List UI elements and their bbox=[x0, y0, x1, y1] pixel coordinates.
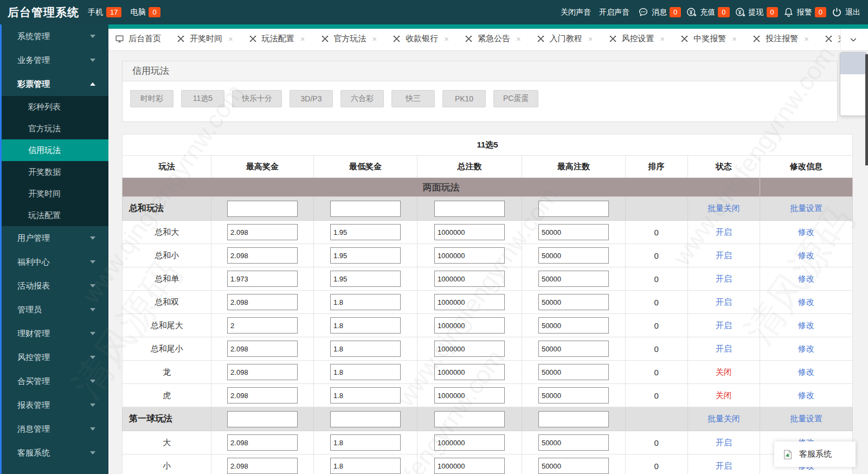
tab-投注报警[interactable]: 投注报警× bbox=[752, 34, 809, 44]
充值-button[interactable]: 充值0 bbox=[686, 7, 729, 18]
max-bets-input[interactable] bbox=[538, 294, 609, 310]
close-icon[interactable]: × bbox=[444, 34, 449, 43]
close-icon[interactable]: × bbox=[300, 34, 305, 43]
max-bets-input[interactable] bbox=[538, 411, 609, 427]
tab-overflow-selected-item[interactable] bbox=[840, 53, 866, 74]
sidebar-item-用户管理[interactable]: 用户管理 bbox=[0, 226, 108, 250]
sidebar-subitem-玩法配置[interactable]: 玩法配置 bbox=[0, 204, 108, 226]
max-bets-input[interactable] bbox=[538, 224, 609, 240]
min-odds-input[interactable] bbox=[330, 317, 401, 334]
close-icon[interactable]: × bbox=[660, 34, 665, 43]
total-bets-input[interactable] bbox=[434, 434, 505, 451]
sidebar-subitem-彩种列表[interactable]: 彩种列表 bbox=[0, 96, 108, 118]
min-odds-input[interactable] bbox=[330, 247, 401, 264]
min-odds-input[interactable] bbox=[330, 458, 401, 474]
max-odds-input[interactable] bbox=[227, 247, 298, 264]
max-bets-input[interactable] bbox=[538, 247, 609, 264]
min-odds-input[interactable] bbox=[330, 224, 401, 240]
max-bets-input[interactable] bbox=[538, 434, 609, 451]
sidebar-item-管理员[interactable]: 管理员 bbox=[0, 298, 108, 322]
min-odds-input[interactable] bbox=[330, 364, 401, 380]
sidebar-item-彩票管理[interactable]: 彩票管理 bbox=[0, 72, 108, 96]
tab-风控设置[interactable]: 风控设置× bbox=[608, 34, 665, 44]
sidebar-item-风控管理[interactable]: 风控管理 bbox=[0, 345, 108, 369]
max-odds-input[interactable] bbox=[227, 201, 298, 217]
total-bets-input[interactable] bbox=[434, 341, 505, 357]
max-odds-input[interactable] bbox=[227, 364, 298, 380]
game-button-PC蛋蛋[interactable]: PC蛋蛋 bbox=[493, 90, 538, 107]
total-bets-input[interactable] bbox=[434, 364, 505, 380]
batch-set-link[interactable]: 批量设置 bbox=[790, 203, 822, 213]
min-odds-input[interactable] bbox=[330, 341, 401, 357]
tab-入门教程[interactable]: 入门教程× bbox=[536, 34, 593, 44]
max-odds-input[interactable] bbox=[227, 271, 298, 287]
max-odds-input[interactable] bbox=[227, 387, 298, 403]
total-bets-input[interactable] bbox=[434, 271, 505, 287]
min-odds-input[interactable] bbox=[330, 387, 401, 403]
modify-link[interactable]: 修改 bbox=[798, 297, 814, 306]
消息-button[interactable]: 消息0 bbox=[638, 7, 681, 18]
min-odds-input[interactable] bbox=[330, 271, 401, 287]
status-toggle-link[interactable]: 开启 bbox=[716, 438, 732, 447]
close-icon[interactable]: × bbox=[516, 34, 521, 43]
close-icon[interactable]: × bbox=[588, 34, 593, 43]
total-bets-input[interactable] bbox=[434, 247, 505, 264]
vertical-scrollbar[interactable] bbox=[865, 54, 868, 165]
max-bets-input[interactable] bbox=[538, 387, 609, 403]
game-button-3D/P3[interactable]: 3D/P3 bbox=[290, 90, 333, 107]
sidebar-item-活动报表[interactable]: 活动报表 bbox=[0, 274, 108, 298]
close-icon[interactable]: × bbox=[804, 34, 809, 43]
sidebar-item-系统管理[interactable]: 系统管理 bbox=[0, 24, 108, 48]
min-odds-input[interactable] bbox=[330, 411, 401, 427]
modify-link[interactable]: 修改 bbox=[798, 321, 814, 330]
sidebar-subitem-开奖数据[interactable]: 开奖数据 bbox=[0, 161, 108, 183]
max-odds-input[interactable] bbox=[227, 411, 298, 427]
sidebar-item-业务管理[interactable]: 业务管理 bbox=[0, 48, 108, 72]
sidebar-subitem-信用玩法[interactable]: 信用玩法 bbox=[0, 139, 108, 161]
sidebar-item-消息管理[interactable]: 消息管理 bbox=[0, 417, 108, 441]
game-button-快三[interactable]: 快三 bbox=[391, 90, 435, 107]
sidebar-item-客服系统[interactable]: 客服系统 bbox=[0, 441, 108, 465]
status-toggle-link[interactable]: 开启 bbox=[716, 321, 732, 330]
modify-link[interactable]: 修改 bbox=[798, 344, 814, 353]
sound-off-button[interactable]: 关闭声音 bbox=[561, 8, 591, 17]
min-odds-input[interactable] bbox=[330, 434, 401, 451]
min-odds-input[interactable] bbox=[330, 294, 401, 310]
max-odds-input[interactable] bbox=[227, 434, 298, 451]
max-bets-input[interactable] bbox=[538, 364, 609, 380]
sidebar-item-理财管理[interactable]: 理财管理 bbox=[0, 322, 108, 345]
total-bets-input[interactable] bbox=[434, 411, 505, 427]
max-bets-input[interactable] bbox=[538, 317, 609, 334]
close-icon[interactable]: × bbox=[228, 34, 233, 43]
sidebar-item-报表管理[interactable]: 报表管理 bbox=[0, 393, 108, 417]
status-toggle-link[interactable]: 开启 bbox=[716, 274, 732, 283]
sidebar-subitem-官方玩法[interactable]: 官方玩法 bbox=[0, 118, 108, 139]
max-bets-input[interactable] bbox=[538, 341, 609, 357]
报警-button[interactable]: 报警0 bbox=[783, 7, 826, 18]
tab-官方玩法[interactable]: 官方玩法× bbox=[320, 34, 377, 44]
status-toggle-link[interactable]: 开启 bbox=[716, 227, 732, 236]
sound-on-button[interactable]: 开启声音 bbox=[599, 8, 629, 17]
game-button-六合彩[interactable]: 六合彩 bbox=[340, 90, 384, 107]
close-icon[interactable]: × bbox=[732, 34, 737, 43]
max-odds-input[interactable] bbox=[227, 224, 298, 240]
customer-service-widget[interactable]: 客服系统 bbox=[774, 441, 856, 467]
min-odds-input[interactable] bbox=[330, 201, 401, 217]
status-toggle-link[interactable]: 关闭 bbox=[716, 367, 732, 376]
total-bets-input[interactable] bbox=[434, 201, 505, 217]
tab-开奖时间[interactable]: 开奖时间× bbox=[176, 34, 233, 44]
total-bets-input[interactable] bbox=[434, 458, 505, 474]
tab-中奖报警[interactable]: 中奖报警× bbox=[680, 34, 737, 44]
modify-link[interactable]: 修改 bbox=[798, 251, 814, 260]
logout-button[interactable]: 退出 bbox=[831, 7, 860, 18]
status-toggle-link[interactable]: 开启 bbox=[716, 297, 732, 306]
total-bets-input[interactable] bbox=[434, 294, 505, 310]
max-bets-input[interactable] bbox=[538, 201, 609, 217]
game-button-时时彩[interactable]: 时时彩 bbox=[130, 90, 173, 107]
game-button-快乐十分[interactable]: 快乐十分 bbox=[232, 90, 282, 107]
max-bets-input[interactable] bbox=[538, 458, 609, 474]
tab-overflow-button[interactable] bbox=[840, 29, 866, 50]
status-toggle-link[interactable]: 关闭 bbox=[716, 390, 732, 400]
tab-overflow-menu[interactable] bbox=[840, 52, 867, 116]
modify-link[interactable]: 修改 bbox=[798, 367, 814, 376]
